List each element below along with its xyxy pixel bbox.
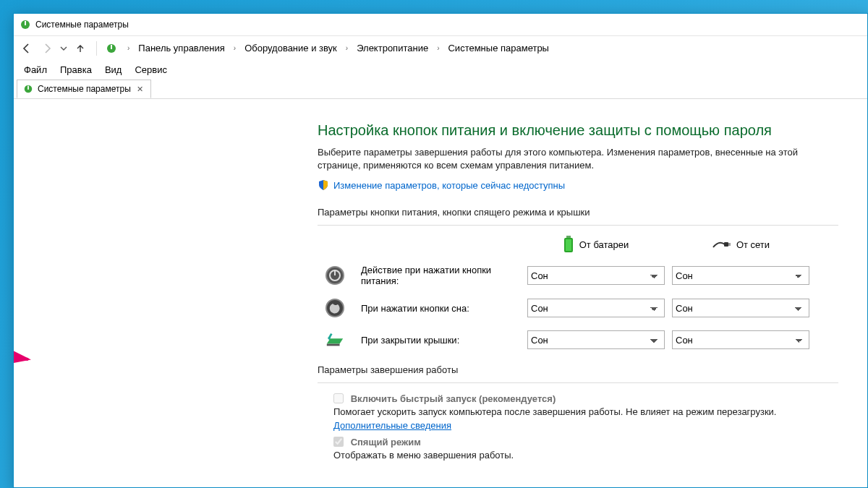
power-button-ac-select[interactable]: Сон: [672, 266, 809, 285]
fast-startup-more-info-link[interactable]: Дополнительные сведения: [333, 420, 451, 431]
sleep-button-icon: [325, 298, 345, 318]
tab-label: Cистемные параметры: [38, 84, 131, 94]
page-title: Настройка кнопок питания и включение защ…: [318, 122, 838, 139]
power-options-icon: [20, 19, 31, 30]
content-area: Настройка кнопок питания и включение защ…: [14, 100, 867, 487]
shutdown-section-heading: Параметры завершения работы: [318, 364, 838, 375]
sleep-checkbox[interactable]: [333, 437, 344, 447]
lid-close-battery-select[interactable]: Сон: [527, 330, 665, 349]
admin-change-link[interactable]: Изменение параметров, которые сейчас нед…: [318, 179, 565, 191]
window-title: Системные параметры: [35, 20, 129, 30]
divider: [318, 225, 838, 226]
sleep-description: Отображать в меню завершения работы.: [333, 449, 838, 462]
control-panel-window: Системные параметры › Панель управления …: [13, 13, 868, 488]
power-button-icon: [325, 265, 345, 286]
svg-rect-3: [111, 45, 112, 49]
buttons-section-heading: Параметры кнопки питания, кнопки спящего…: [318, 207, 838, 218]
column-battery: От батареи: [527, 236, 665, 253]
svg-rect-8: [566, 239, 571, 251]
column-battery-label: От батареи: [579, 239, 629, 250]
chevron-right-icon[interactable]: ›: [123, 44, 134, 52]
fast-startup-checkbox[interactable]: [333, 393, 344, 403]
fast-startup-checkbox-label[interactable]: Включить быстрый запуск (рекомендуется): [333, 393, 556, 404]
sleep-row: Спящий режим: [333, 437, 796, 448]
battery-icon: [563, 236, 574, 253]
recent-locations-dropdown[interactable]: [59, 45, 69, 52]
row-sleep-button-label: При нажатии кнопки сна:: [361, 303, 520, 314]
menu-file[interactable]: Файл: [18, 62, 53, 77]
shield-icon: [318, 179, 329, 191]
sleep-button-ac-select[interactable]: Сон: [672, 299, 809, 317]
chevron-right-icon[interactable]: ›: [229, 44, 240, 52]
breadcrumb-item[interactable]: Системные параметры: [446, 43, 550, 53]
page-description: Выберите параметры завершения работы для…: [318, 146, 817, 172]
chevron-right-icon[interactable]: ›: [433, 44, 443, 52]
titlebar: Системные параметры: [14, 14, 867, 35]
menu-view[interactable]: Вид: [99, 62, 128, 77]
chevron-right-icon[interactable]: ›: [341, 44, 352, 52]
menubar: Файл Правка Вид Сервис: [14, 60, 867, 79]
divider: [318, 382, 838, 383]
separator: [96, 41, 97, 56]
breadcrumb-item[interactable]: Электропитание: [355, 43, 430, 53]
tab-system-settings[interactable]: Cистемные параметры ✕: [17, 80, 151, 98]
fast-startup-row: Включить быстрый запуск (рекомендуется): [333, 393, 796, 404]
row-power-button-label: Действие при нажатии кнопки питания:: [361, 265, 520, 286]
admin-change-link-text: Изменение параметров, которые сейчас нед…: [333, 180, 565, 191]
annotation-arrow: [14, 345, 35, 388]
column-ac: От сети: [672, 239, 809, 250]
power-options-icon: [106, 43, 117, 54]
svg-rect-1: [25, 21, 26, 25]
plug-icon: [712, 239, 731, 250]
shutdown-settings-section: Параметры завершения работы Включить быс…: [318, 364, 838, 462]
nav-toolbar: › Панель управления › Оборудование и зву…: [14, 35, 867, 60]
up-button[interactable]: [72, 40, 89, 57]
breadcrumb-item[interactable]: Оборудование и звук: [243, 43, 339, 53]
fast-startup-label-text: Включить быстрый запуск (рекомендуется): [351, 393, 556, 404]
power-button-battery-select[interactable]: Сон: [527, 266, 665, 285]
lid-close-icon: [325, 330, 345, 350]
row-lid-close-label: При закрытии крышки:: [361, 335, 520, 346]
sleep-checkbox-label[interactable]: Спящий режим: [333, 437, 421, 448]
breadcrumb-item[interactable]: Панель управления: [137, 43, 226, 53]
svg-rect-9: [724, 242, 728, 247]
fast-startup-description: Помогает ускорить запуск компьютера посл…: [333, 406, 838, 432]
power-options-icon: [23, 84, 33, 94]
column-ac-label: От сети: [736, 239, 770, 250]
power-settings-grid: От батареи От сети Действие при нажатии …: [325, 236, 838, 350]
forward-button[interactable]: [38, 40, 56, 57]
back-button[interactable]: [18, 40, 35, 57]
sleep-button-battery-select[interactable]: Сон: [527, 299, 665, 317]
tabbar: Cистемные параметры ✕: [14, 79, 867, 99]
svg-rect-6: [566, 236, 571, 238]
menu-edit[interactable]: Правка: [54, 62, 98, 77]
close-tab-icon[interactable]: ✕: [135, 85, 145, 94]
svg-rect-5: [27, 86, 29, 90]
sleep-label-text: Спящий режим: [351, 437, 421, 448]
menu-tools[interactable]: Сервис: [129, 62, 173, 77]
lid-close-ac-select[interactable]: Сон: [672, 330, 809, 349]
